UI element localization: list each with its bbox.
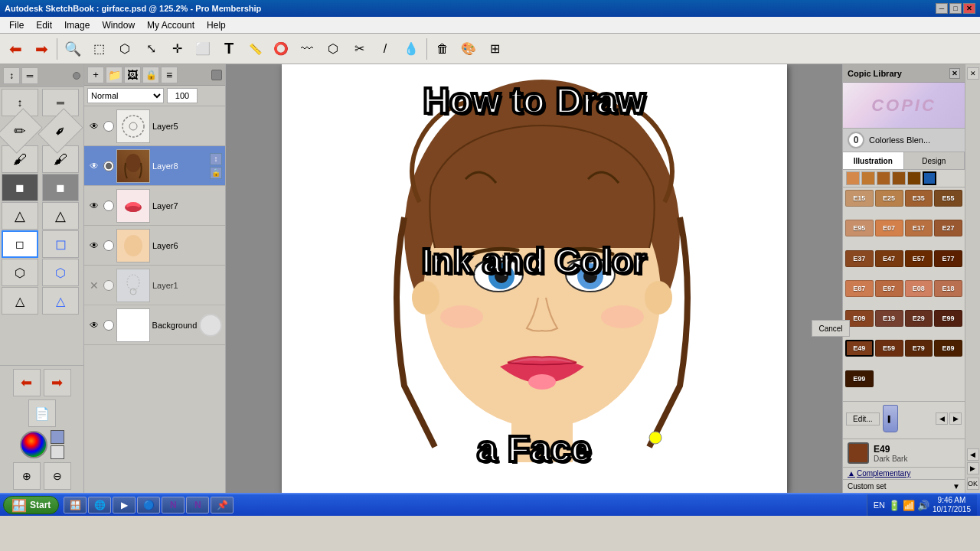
special-tool[interactable]: △ [42,287,79,315]
copic-color-E17[interactable]: E17 [905,220,933,236]
zoom-tool-btn[interactable]: 🔍 [60,37,85,61]
opacity-input[interactable] [167,88,198,103]
airbrush2-tool[interactable]: △ [42,202,79,230]
taskbar-chrome[interactable]: 🔵 [137,497,160,514]
layer-radio[interactable] [103,121,114,132]
taskbar-app7[interactable]: 📌 [211,497,234,514]
layer-item[interactable]: 👁 Background [84,305,225,345]
merge-down-btn[interactable]: ↕ [210,153,222,165]
stamp1-tool[interactable]: ⬡ [2,259,38,286]
copic-tab-illustration[interactable]: Illustration [843,152,904,169]
redo-btn[interactable]: ➡ [29,37,54,61]
color-preset-selected[interactable] [923,171,936,185]
layer-visibility-btn[interactable]: 👁 [87,318,101,332]
lock-btn[interactable]: 🔒 [142,67,159,83]
ruler-btn[interactable]: 📏 [243,37,267,61]
custom-set-toggle[interactable]: ▼ [952,482,960,491]
layer-item[interactable]: 👁 Layer6 [84,226,225,266]
copic-color-E47[interactable]: E47 [875,250,903,267]
stamp2-tool[interactable]: ⬡ [42,259,79,286]
layer-radio[interactable] [103,320,114,331]
copic-color-E77[interactable]: E77 [934,250,962,267]
layer-radio[interactable] [103,161,114,171]
curve-btn[interactable]: 〰 [295,37,319,61]
copic-selected-swatch[interactable] [848,442,869,464]
copic-next-btn[interactable]: ▶ [949,412,962,425]
layer-visibility-btn[interactable]: 👁 [87,159,101,173]
page-btn[interactable]: 📄 [28,399,56,427]
folder-btn[interactable]: 📁 [106,67,122,83]
menu-help[interactable]: Help [201,18,232,32]
panel-toggle-btn[interactable]: ↕ [3,67,20,84]
layer-radio[interactable] [103,240,114,251]
zoom-out-btn[interactable]: ⊖ [44,462,71,490]
layer-visibility-btn[interactable]: 👁 [87,119,101,133]
undo-arrow-btn[interactable]: ⬅ [13,369,41,396]
copic-color-E15[interactable]: E15 [845,190,874,207]
layer-visibility-btn[interactable]: 👁 [87,239,101,253]
copic-color-E57[interactable]: E57 [905,250,933,267]
taskbar-explorer[interactable]: 🪟 [64,497,87,514]
taskbar-onenote1[interactable]: N [162,497,185,514]
copic-tab-design[interactable]: Design [904,152,965,169]
copic-color-E19[interactable]: E19 [875,310,903,327]
copic-color-E99top[interactable]: E99 [934,310,962,327]
color-preset-5[interactable] [907,171,921,185]
layer-radio[interactable] [103,201,114,211]
minimize-btn[interactable]: ─ [936,3,948,14]
eraser-tool[interactable]: ◻ [2,230,38,258]
layer-item[interactable]: ✕ Layer1 [84,266,225,305]
image-btn[interactable]: 🖼 [124,67,141,83]
copic-color-E55[interactable]: E55 [934,190,962,207]
layer-item[interactable]: 👁 Layer7 [84,186,225,226]
marker1-tool[interactable]: ◼ [2,174,38,201]
copic-color-E35[interactable]: E35 [905,190,933,207]
fg-color-swatch[interactable] [51,430,64,444]
canvas-area[interactable]: How to Draw Ink and Color a Face [226,64,842,493]
undo-btn[interactable]: ⬅ [3,37,28,61]
blend-mode-select[interactable]: Normal Multiply Screen Overlay [87,88,164,103]
scroll-down-btn[interactable]: ▶ [967,462,979,474]
panel-close-btn2[interactable]: ✕ [967,67,979,80]
copic-color-E29[interactable]: E29 [905,310,933,327]
layer-visibility-btn[interactable]: 👁 [87,199,101,213]
color-preset-4[interactable] [892,171,906,185]
copic-color-E59[interactable]: E59 [875,340,903,357]
copic-edit-btn[interactable]: Edit... [846,412,880,425]
grid-btn[interactable]: ⊞ [482,37,507,61]
copic-color-E49[interactable]: E49 [845,340,874,357]
copic-color-E95[interactable]: E95 [845,220,874,236]
text-tool-btn[interactable]: T [217,37,241,61]
cancel-btn[interactable]: Cancel [812,320,850,337]
color-preset-1[interactable] [846,171,860,185]
menu-window[interactable]: Window [96,18,141,32]
menu-account[interactable]: My Account [141,18,201,32]
layer-item[interactable]: 👁 Layer5 [84,106,225,146]
transform-btn[interactable]: ⤡ [139,37,163,61]
copic-close-btn[interactable]: ✕ [949,68,960,79]
select-poly-btn[interactable]: ⬡ [113,37,137,61]
start-button[interactable]: 🪟 Start [3,496,59,514]
color-wheel-display[interactable] [20,431,47,458]
ellipse-btn[interactable]: ⭕ [269,37,293,61]
redo-arrow-btn[interactable]: ➡ [44,369,71,396]
complementary-btn[interactable]: ▲ Complementary [843,467,965,479]
copic-color-E27[interactable]: E27 [934,220,962,236]
taskbar-onenote2[interactable]: N [186,497,209,514]
copic-color-E25[interactable]: E25 [875,190,903,207]
copic-color-E18[interactable]: E18 [934,280,962,297]
copic-color-E37[interactable]: E37 [845,250,874,267]
dropper-btn[interactable]: 💧 [399,37,423,61]
layer-radio[interactable] [103,280,114,291]
background-color-btn[interactable] [199,314,222,337]
color-wheel-btn[interactable]: 🎨 [456,37,481,61]
copic-color-E79[interactable]: E79 [905,340,933,357]
scissors-btn[interactable]: ✂ [347,37,371,61]
panel-menu-btn[interactable]: ═ [21,67,38,84]
smear-tool[interactable]: △ [2,287,38,315]
color-preset-3[interactable] [877,171,890,185]
layer-item[interactable]: 👁 Layer8 ↕ 🔒 [84,146,225,186]
line-btn[interactable]: / [373,37,397,61]
layer-lock-btn[interactable]: 🔒 [210,167,222,179]
copic-color-E97[interactable]: E97 [875,280,903,297]
